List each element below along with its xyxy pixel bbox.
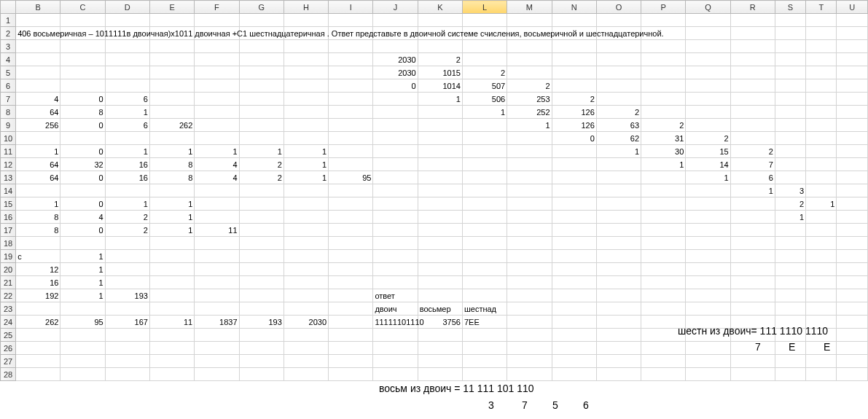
cell-L17[interactable] bbox=[462, 224, 507, 237]
cell-D18[interactable] bbox=[105, 237, 149, 250]
cell-S12[interactable] bbox=[775, 158, 805, 171]
cell-N14[interactable] bbox=[552, 184, 596, 197]
cell-K8[interactable] bbox=[418, 106, 462, 119]
cell-S8[interactable] bbox=[775, 106, 805, 119]
col-header-F[interactable]: F bbox=[195, 1, 239, 14]
cell-O27[interactable] bbox=[596, 355, 641, 368]
cell-P16[interactable] bbox=[641, 211, 686, 224]
cell-I18[interactable] bbox=[329, 237, 373, 250]
cell-F6[interactable] bbox=[195, 79, 239, 93]
cell-J24[interactable]: 11111101110 bbox=[373, 316, 418, 329]
cell-S6[interactable] bbox=[775, 79, 805, 93]
cell-L8[interactable]: 1 bbox=[462, 106, 507, 119]
cell-P7[interactable] bbox=[641, 93, 686, 106]
cell-C13[interactable]: 0 bbox=[60, 171, 105, 184]
cell-O13[interactable] bbox=[596, 171, 641, 184]
cell-J17[interactable] bbox=[373, 224, 418, 237]
cell-F17[interactable]: 11 bbox=[195, 224, 239, 237]
cell-J22[interactable]: ответ bbox=[373, 289, 418, 302]
cell-O20[interactable] bbox=[596, 263, 641, 276]
cell-N6[interactable] bbox=[552, 79, 596, 93]
row-header-22[interactable]: 22 bbox=[1, 289, 16, 302]
cell-N19[interactable] bbox=[552, 250, 596, 263]
cell-D7[interactable]: 6 bbox=[105, 93, 149, 106]
cell-T12[interactable] bbox=[806, 158, 837, 171]
row-header-3[interactable]: 3 bbox=[1, 40, 16, 53]
cell-E14[interactable] bbox=[149, 184, 194, 197]
cell-D11[interactable]: 1 bbox=[105, 145, 149, 158]
cell-C14[interactable] bbox=[60, 184, 105, 197]
cell-Q27[interactable] bbox=[686, 355, 730, 368]
cell-J3[interactable] bbox=[373, 40, 418, 53]
cell-N25[interactable] bbox=[552, 329, 596, 342]
cell-N18[interactable] bbox=[552, 237, 596, 250]
cell-P18[interactable] bbox=[641, 237, 686, 250]
cell-M18[interactable] bbox=[507, 237, 552, 250]
row-header-18[interactable]: 18 bbox=[1, 237, 16, 250]
cell-C15[interactable]: 0 bbox=[60, 197, 105, 211]
cell-T18[interactable] bbox=[806, 237, 837, 250]
cell-P22[interactable] bbox=[641, 289, 686, 302]
cell-D10[interactable] bbox=[105, 132, 149, 145]
cell-J5[interactable]: 2030 bbox=[373, 66, 418, 79]
cell-I23[interactable] bbox=[329, 302, 373, 316]
row-header-12[interactable]: 12 bbox=[1, 158, 16, 171]
cell-P25[interactable] bbox=[641, 329, 686, 342]
cell-M21[interactable] bbox=[507, 276, 552, 289]
cell-N7[interactable]: 2 bbox=[552, 93, 596, 106]
cell-I22[interactable] bbox=[329, 289, 373, 302]
cell-O28[interactable] bbox=[596, 368, 641, 381]
cell-E11[interactable]: 1 bbox=[149, 145, 194, 158]
cell-F20[interactable] bbox=[195, 263, 239, 276]
cell-R24[interactable] bbox=[730, 316, 775, 329]
cell-E24[interactable]: 11 bbox=[149, 316, 194, 329]
col-header-K[interactable]: K bbox=[418, 1, 462, 14]
cell-U3[interactable] bbox=[837, 40, 868, 53]
cell-O17[interactable] bbox=[596, 224, 641, 237]
cell-L3[interactable] bbox=[462, 40, 507, 53]
cell-E8[interactable] bbox=[149, 106, 194, 119]
cell-H9[interactable] bbox=[284, 119, 328, 132]
cell-R8[interactable] bbox=[730, 106, 775, 119]
cell-Q12[interactable]: 14 bbox=[686, 158, 730, 171]
cell-S13[interactable] bbox=[775, 171, 805, 184]
cell-C28[interactable] bbox=[60, 368, 105, 381]
cell-T16[interactable] bbox=[806, 211, 837, 224]
cell-E26[interactable] bbox=[149, 342, 194, 355]
cell-C4[interactable] bbox=[60, 53, 105, 66]
row-header-26[interactable]: 26 bbox=[1, 342, 16, 355]
cell-B12[interactable]: 64 bbox=[16, 158, 60, 171]
row-header-8[interactable]: 8 bbox=[1, 106, 16, 119]
cell-E10[interactable] bbox=[149, 132, 194, 145]
cell-H17[interactable] bbox=[284, 224, 328, 237]
cell-F10[interactable] bbox=[195, 132, 239, 145]
cell-S14[interactable]: 3 bbox=[775, 184, 805, 197]
cell-T3[interactable] bbox=[806, 40, 837, 53]
cell-C23[interactable] bbox=[60, 302, 105, 316]
col-header-Q[interactable]: Q bbox=[686, 1, 730, 14]
cell-S20[interactable] bbox=[775, 263, 805, 276]
cell-E17[interactable]: 1 bbox=[149, 224, 194, 237]
cell-Q10[interactable]: 2 bbox=[686, 132, 730, 145]
cell-M23[interactable] bbox=[507, 302, 552, 316]
cell-U5[interactable] bbox=[837, 66, 868, 79]
row-header-27[interactable]: 27 bbox=[1, 355, 16, 368]
cell-O19[interactable] bbox=[596, 250, 641, 263]
cell-B15[interactable]: 1 bbox=[16, 197, 60, 211]
cell-E1[interactable] bbox=[149, 14, 194, 27]
cell-R18[interactable] bbox=[730, 237, 775, 250]
cell-M17[interactable] bbox=[507, 224, 552, 237]
cell-H13[interactable]: 1 bbox=[284, 171, 328, 184]
cell-O8[interactable]: 2 bbox=[596, 106, 641, 119]
cell-H11[interactable]: 1 bbox=[284, 145, 328, 158]
row-header-10[interactable]: 10 bbox=[1, 132, 16, 145]
row-header-16[interactable]: 16 bbox=[1, 211, 16, 224]
cell-K1[interactable] bbox=[418, 14, 462, 27]
cell-S16[interactable]: 1 bbox=[775, 211, 805, 224]
cell-H28[interactable] bbox=[284, 368, 328, 381]
cell-K7[interactable]: 1 bbox=[418, 93, 462, 106]
cell-K10[interactable] bbox=[418, 132, 462, 145]
cell-U15[interactable] bbox=[837, 197, 868, 211]
cell-P5[interactable] bbox=[641, 66, 686, 79]
cell-E7[interactable] bbox=[149, 93, 194, 106]
